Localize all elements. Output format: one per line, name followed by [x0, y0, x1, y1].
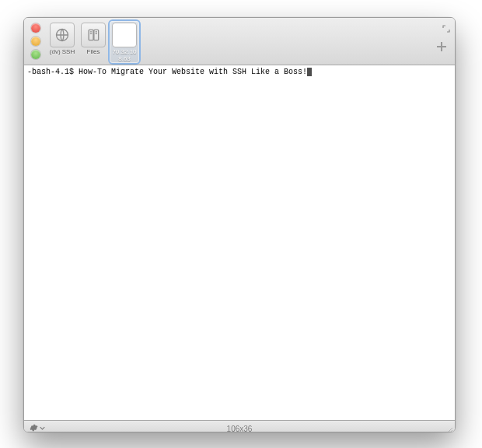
close-button[interactable]: [31, 23, 40, 33]
tab-bar: (dv) SSH Files: [47, 21, 139, 63]
tab-label: Files: [87, 48, 100, 55]
terminal-icon: [112, 23, 137, 47]
shell-prompt: -bash-4.1$: [27, 68, 79, 76]
shell-command: How-To Migrate Your Website with SSH Lik…: [79, 68, 307, 76]
tab-label: 70.32.108.63: [112, 48, 136, 62]
files-icon: [81, 23, 106, 47]
add-tab-button[interactable]: [435, 40, 449, 54]
terminal-size: 106x36: [227, 425, 253, 433]
expand-icon[interactable]: [442, 22, 450, 30]
status-bar: 106x36: [24, 420, 455, 432]
tab-ssh[interactable]: (dv) SSH: [47, 21, 77, 56]
tab-label: (dv) SSH: [50, 48, 75, 55]
globe-icon: [50, 23, 75, 47]
svg-line-9: [446, 428, 452, 432]
chevron-down-icon: [40, 425, 45, 431]
tab-files[interactable]: Files: [79, 21, 108, 56]
window-controls: [31, 23, 40, 59]
zoom-button[interactable]: [31, 50, 40, 59]
settings-menu[interactable]: [29, 423, 45, 432]
terminal-viewport[interactable]: -bash-4.1$ How-To Migrate Your Website w…: [24, 65, 455, 420]
cursor: [307, 68, 312, 76]
terminal-window: (dv) SSH Files: [23, 17, 456, 432]
minimize-button[interactable]: [31, 37, 40, 46]
tab-ip-terminal[interactable]: 70.32.108.63: [110, 21, 139, 63]
titlebar: (dv) SSH Files: [24, 18, 455, 65]
resize-handle[interactable]: [444, 425, 453, 432]
gear-icon: [29, 423, 38, 432]
